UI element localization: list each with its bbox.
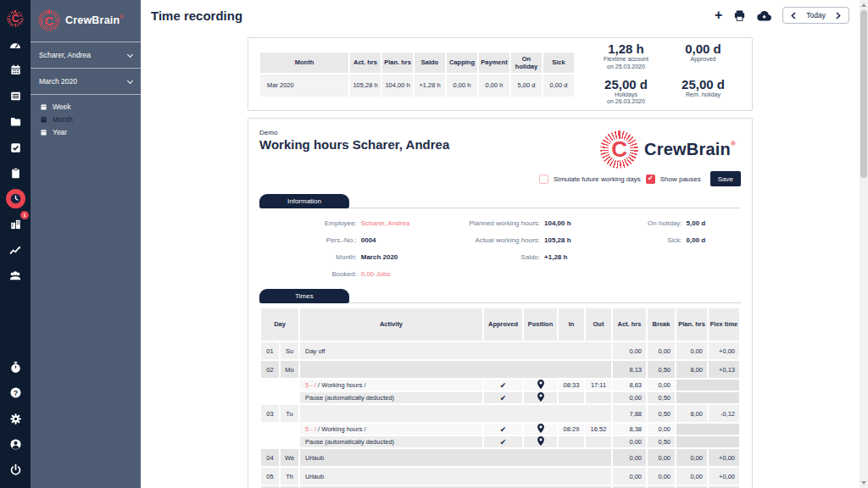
info-column: Employee:Scharer, AndreaPers.-No.:0004Mo… [259,219,454,278]
approved-check[interactable]: ✔ [484,424,522,435]
sidebar-view-week[interactable]: Week [40,103,131,111]
summary-cell: 104,00 h [382,75,413,97]
calendar-icon[interactable] [5,60,25,80]
day-act-hrs: 0,00 [613,449,646,466]
sidebar-view-year[interactable]: Year [40,128,131,136]
sidebar-brand[interactable]: C CrewBrain® [31,0,141,42]
info-value[interactable]: Scharer, Andrea [361,219,409,227]
account-user-icon[interactable] [5,434,25,454]
vertical-scrollbar[interactable] [860,0,868,488]
times-table: DayActivityApprovedPositionInOutAct. hrs… [259,307,741,488]
position-pin[interactable] [524,424,557,435]
info-value: 0004 [361,236,376,244]
times-detail-row[interactable]: 5 - / / Working hours /✔08:3317:118,630,… [261,380,739,391]
summary-month-row[interactable]: Mar 2020105,28 h104,00 h+1,28 h0,00 h0,0… [260,75,574,97]
show-pauses-label[interactable]: Show pauses [660,175,701,183]
info-label: Pers.-No.: [259,236,361,244]
times-table-head: DayActivityApprovedPositionInOutAct. hrs… [261,308,739,341]
info-label: Actual working hours: [454,236,544,244]
times-detail-row[interactable]: Pause (automatically deducted)✔0,000,50 [261,392,739,403]
scroll-up-icon[interactable] [861,3,866,7]
times-col-header: Plan. hrs [676,308,707,341]
divider [31,94,141,95]
time-in [559,436,584,447]
statistics-icon[interactable] [5,240,25,260]
day-activity [300,361,611,378]
position-pin[interactable] [524,436,557,447]
company-icon[interactable]: 1 [5,214,25,234]
approved-check[interactable]: ✔ [484,436,522,447]
sheet-title: Working hours Scharer, Andrea [259,137,449,152]
info-value: March 2020 [361,253,398,261]
day-act-hrs: 7,88 [613,405,646,422]
stat-sublabel: on 25.03.2020 [587,64,665,70]
day-number: 03 [261,405,279,422]
times-day-row-01[interactable]: 01SuDay off0,000,000,00+0,00 [261,342,739,359]
cloud-export-icon[interactable] [757,10,771,21]
settings-gear-icon[interactable] [5,408,25,429]
times-col-header: Flex time [709,308,739,341]
times-table-body: 01SuDay off0,000,000,00+0,0002Mo8,130,50… [261,342,739,488]
sidebar: C CrewBrain® Scharer, Andrea March 2020 … [31,0,141,488]
times-day-row-02[interactable]: 02Mo8,130,508,00+0,13 [261,361,739,378]
topbar: Time recording + Today [141,0,860,25]
tab-times[interactable]: Times [259,289,349,303]
stopwatch-icon[interactable] [5,357,25,377]
detail-break: 0,00 [648,380,675,391]
brand-wordmark: CrewBrain® [644,140,736,159]
detail-activity[interactable]: 5 - / / Working hours / [300,424,482,435]
scrollbar-thumb[interactable] [860,10,867,178]
crew-users-icon[interactable] [5,265,25,286]
employee-select[interactable]: Scharer, Andrea [31,42,141,68]
info-value[interactable]: 0,00 Jobs [361,270,391,278]
topbar-actions: + Today [715,7,849,24]
print-icon[interactable] [733,9,746,22]
info-column: On holiday:5,00 dSick:0,00 d [627,219,741,278]
position-pin[interactable] [524,380,557,391]
save-button[interactable]: Save [710,171,741,186]
simulate-checkbox[interactable] [539,175,548,184]
simulate-label[interactable]: Simulate future working days [554,175,641,183]
dashboard-icon[interactable] [5,35,25,55]
crewbrain-home-icon[interactable]: C [5,8,25,29]
times-detail-row[interactable]: Pause (automatically deducted)✔0,000,50 [261,436,739,447]
time-out: 17:11 [586,380,611,391]
detail-activity[interactable]: Pause (automatically deducted) [300,436,482,447]
chevron-right-icon[interactable] [836,12,841,19]
detail-activity[interactable]: 5 - / / Working hours / [300,380,482,391]
day-flex-time: +0,13 [709,361,739,378]
stat-value: 1,28 h [587,42,665,56]
times-detail-row[interactable]: 5 - / / Working hours /✔08:2916:528,380,… [261,424,739,435]
day-break: 0,50 [648,361,675,378]
time-recording-icon[interactable] [6,189,25,208]
help-icon[interactable]: ? [5,383,25,403]
times-day-row-05[interactable]: 05ThUrlaub0,000,000,00+0,00 [261,468,739,485]
summary-cell: 105,28 h [350,75,381,97]
logout-power-icon[interactable] [5,460,25,480]
period-select[interactable]: March 2020 [31,69,141,94]
times-col-header: Out [586,308,611,341]
today-button[interactable]: Today [806,11,826,19]
approved-check[interactable]: ✔ [484,392,522,403]
tasks-check-icon[interactable] [5,137,25,158]
day-weekday: Tu [281,405,298,422]
times-day-row-04[interactable]: 04WeUrlaub0,000,000,00+0,00 [261,449,739,466]
detail-activity-prefix: 5 - / [305,425,316,433]
show-pauses-checkbox[interactable]: ✔ [646,175,655,184]
approved-check[interactable]: ✔ [484,380,522,391]
chevron-left-icon[interactable] [791,12,796,19]
schedule-list-icon[interactable] [5,86,25,106]
info-value: 104,00 h [544,219,571,227]
clipboard-icon[interactable] [5,163,25,183]
tab-information[interactable]: Information [259,194,349,208]
time-in [559,392,584,403]
sidebar-view-month[interactable]: Month [40,115,131,124]
info-label: Sick: [627,236,687,244]
add-entry-icon[interactable]: + [715,8,722,22]
day-break: 0,00 [648,342,675,359]
detail-activity[interactable]: Pause (automatically deducted) [300,392,482,403]
times-day-row-03[interactable]: 03Tu7,880,508,00-0,12 [261,405,739,422]
scroll-down-icon[interactable] [861,481,866,485]
projects-folder-icon[interactable] [5,112,25,132]
position-pin[interactable] [524,392,557,403]
